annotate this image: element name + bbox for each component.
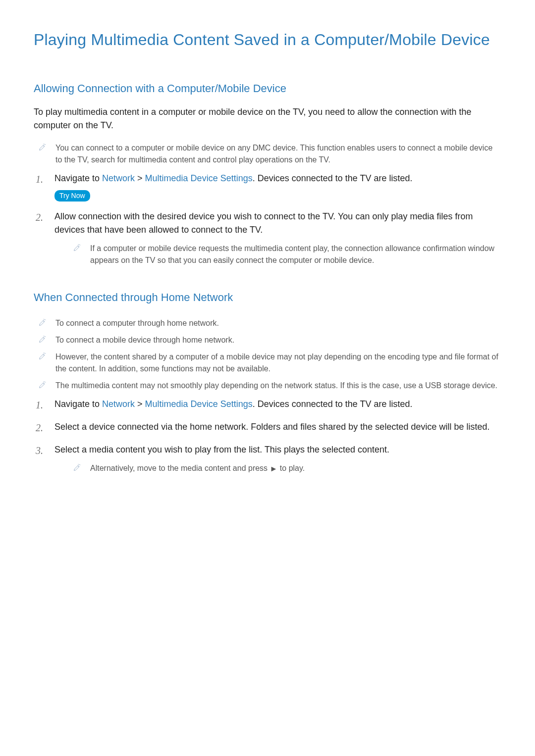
- step-number: 2.: [36, 420, 46, 435]
- ordered-steps: 1. Navigate to Network > Multimedia Devi…: [34, 394, 501, 478]
- note-item: To connect a mobile device through home …: [34, 331, 501, 348]
- note-text: You can connect to a computer or mobile …: [55, 141, 501, 166]
- sub-note: If a computer or mobile device requests …: [54, 237, 501, 266]
- step-body: Select a device connected via the home n…: [54, 420, 501, 434]
- section-home-network: When Connected through Home Network To c…: [34, 289, 501, 478]
- link-network[interactable]: Network: [102, 173, 135, 183]
- step-number: 3.: [36, 443, 46, 458]
- step-text: Allow connection with the desired device…: [54, 211, 473, 235]
- note-text: To connect a mobile device through home …: [55, 333, 501, 346]
- link-network[interactable]: Network: [102, 399, 135, 409]
- note-text-pre: Alternatively, move to the media content…: [90, 464, 270, 472]
- step-item: 3. Select a media content you wish to pl…: [34, 439, 501, 478]
- pencil-icon: [39, 143, 47, 152]
- try-now-badge[interactable]: Try Now: [54, 190, 90, 202]
- step-text: Navigate to: [54, 399, 102, 409]
- step-item: 2. Allow connection with the desired dev…: [34, 206, 501, 270]
- pencil-icon: [39, 352, 47, 361]
- step-number: 2.: [36, 210, 46, 225]
- pencil-icon: [39, 335, 47, 345]
- intro-text: To play multimedia content in a computer…: [34, 105, 501, 132]
- note-item: You can connect to a computer or mobile …: [34, 139, 501, 168]
- note-item: The multimedia content may not smoothly …: [34, 377, 501, 394]
- step-number: 1.: [36, 398, 46, 412]
- step-body: Navigate to Network > Multimedia Device …: [54, 398, 501, 411]
- link-multimedia-settings[interactable]: Multimedia Device Settings: [145, 173, 253, 183]
- note-text: Alternatively, move to the media content…: [90, 461, 501, 474]
- step-text: Select a media content you wish to play …: [54, 445, 389, 454]
- step-text-post: . Devices connected to the TV are listed…: [253, 399, 413, 409]
- step-text-post: . Devices connected to the TV are listed…: [253, 173, 413, 183]
- document-page: Playing Multimedia Content Saved in a Co…: [0, 0, 535, 527]
- play-icon: ►: [270, 464, 278, 473]
- step-item: 1. Navigate to Network > Multimedia Devi…: [34, 168, 501, 206]
- note-text: To connect a computer through home netwo…: [55, 316, 501, 329]
- link-multimedia-settings[interactable]: Multimedia Device Settings: [145, 399, 253, 409]
- note-item: To connect a computer through home netwo…: [34, 314, 501, 331]
- pencil-icon: [73, 243, 81, 253]
- note-text: However, the content shared by a compute…: [55, 350, 501, 375]
- pencil-icon: [39, 318, 47, 328]
- note-list: To connect a computer through home netwo…: [34, 314, 501, 394]
- pencil-icon: [39, 380, 47, 390]
- note-list: You can connect to a computer or mobile …: [34, 139, 501, 168]
- step-sep: >: [135, 173, 145, 183]
- page-title: Playing Multimedia Content Saved in a Co…: [34, 28, 501, 51]
- note-text: If a computer or mobile device requests …: [90, 242, 501, 266]
- step-item: 2. Select a device connected via the hom…: [34, 416, 501, 439]
- step-text: Navigate to: [54, 173, 102, 183]
- section-heading: When Connected through Home Network: [34, 289, 501, 305]
- note-item: However, the content shared by a compute…: [34, 348, 501, 377]
- step-body: Allow connection with the desired device…: [54, 210, 501, 266]
- section-allowing-connection: Allowing Connection with a Computer/Mobi…: [34, 80, 501, 270]
- pencil-icon: [73, 463, 81, 473]
- section-heading: Allowing Connection with a Computer/Mobi…: [34, 80, 501, 97]
- step-body: Navigate to Network > Multimedia Device …: [54, 172, 501, 202]
- step-item: 1. Navigate to Network > Multimedia Devi…: [34, 394, 501, 416]
- step-number: 1.: [36, 172, 46, 187]
- ordered-steps: 1. Navigate to Network > Multimedia Devi…: [34, 168, 501, 270]
- step-sep: >: [135, 399, 145, 409]
- sub-note: Alternatively, move to the media content…: [54, 456, 501, 474]
- note-text-post: to play.: [277, 464, 305, 472]
- note-text: The multimedia content may not smoothly …: [55, 379, 501, 392]
- step-body: Select a media content you wish to play …: [54, 443, 501, 474]
